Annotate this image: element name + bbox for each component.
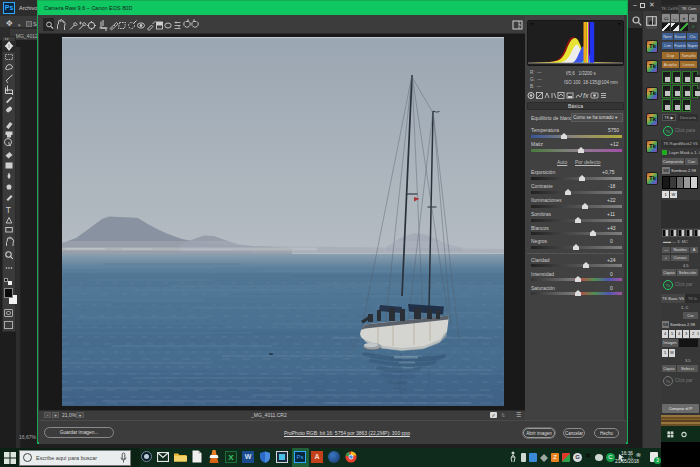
svg-text:T: T	[6, 205, 11, 215]
svg-text:fx: fx	[583, 92, 589, 99]
